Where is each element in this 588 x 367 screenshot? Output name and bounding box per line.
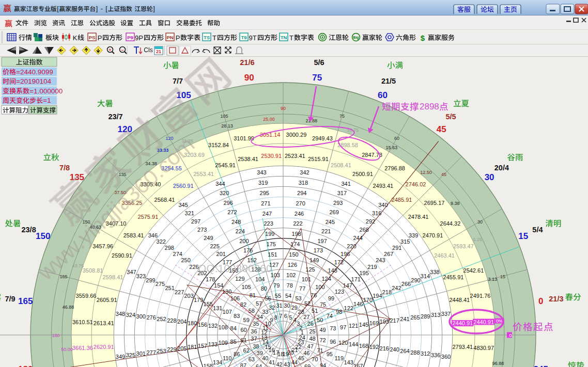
svg-text:53: 53: [295, 295, 301, 301]
svg-text:320: 320: [220, 190, 229, 196]
svg-text:21/6: 21/6: [240, 58, 254, 67]
svg-text:29: 29: [291, 305, 298, 311]
svg-text:0: 0: [509, 333, 512, 338]
svg-text:219: 219: [367, 264, 377, 270]
svg-text:75: 75: [320, 301, 326, 308]
svg-text:26: 26: [307, 321, 314, 327]
svg-text:150: 150: [289, 251, 298, 258]
svg-text:12.50: 12.50: [420, 170, 432, 175]
svg-text:=1.000000: =1.000000: [29, 87, 63, 95]
svg-text:64: 64: [256, 363, 262, 367]
svg-text:2440.91: 2440.91: [473, 319, 494, 325]
svg-text:=20190104: =20190104: [16, 77, 51, 85]
svg-text:15.63: 15.63: [386, 145, 398, 150]
svg-text:193: 193: [380, 318, 389, 325]
svg-text:293: 293: [333, 200, 343, 206]
svg-text:322: 322: [157, 238, 166, 245]
svg-text:340: 340: [378, 202, 388, 208]
svg-text:50: 50: [317, 317, 323, 323]
svg-text:345: 345: [178, 202, 188, 208]
svg-text:24: 24: [299, 334, 305, 341]
svg-text:245: 245: [326, 219, 335, 225]
svg-text:147: 147: [343, 282, 352, 289]
svg-text:84: 84: [230, 325, 237, 331]
svg-text:200: 200: [239, 238, 249, 244]
svg-text:151: 151: [268, 251, 277, 258]
svg-text:96: 96: [330, 339, 336, 345]
svg-text:Cls: Cls: [144, 46, 152, 54]
svg-text:165: 165: [18, 296, 33, 306]
svg-text:169: 169: [369, 320, 379, 326]
svg-text:60: 60: [394, 136, 399, 141]
svg-text:105: 105: [221, 114, 228, 119]
svg-text:180: 180: [188, 320, 197, 326]
svg-text:2575.91: 2575.91: [138, 214, 159, 220]
svg-text:2493.41: 2493.41: [373, 183, 393, 189]
svg-text:58: 58: [249, 308, 255, 314]
svg-text:343: 343: [257, 169, 266, 175]
svg-text:54: 54: [285, 293, 291, 299]
svg-text:60: 60: [378, 90, 388, 100]
svg-text:2478.41: 2478.41: [408, 214, 429, 220]
svg-text:23/7: 23/7: [108, 113, 122, 121]
svg-text:121: 121: [349, 323, 358, 329]
svg-text:120: 120: [165, 136, 173, 141]
svg-text:75: 75: [312, 73, 322, 83]
svg-text:2598.41: 2598.41: [103, 274, 123, 280]
svg-text:176: 176: [243, 247, 253, 253]
svg-text:102: 102: [286, 272, 296, 278]
svg-text:=1: =1: [43, 97, 51, 104]
svg-text:339: 339: [409, 232, 418, 238]
svg-text:2746.02: 2746.02: [406, 181, 426, 187]
svg-text:51: 51: [312, 308, 318, 314]
svg-text:43.75: 43.75: [72, 263, 84, 268]
svg-text:5/4: 5/4: [532, 226, 543, 234]
svg-text:33: 33: [262, 309, 268, 315]
svg-text:104: 104: [255, 276, 265, 282]
svg-text:345: 345: [534, 364, 548, 367]
svg-text:15: 15: [500, 274, 505, 279]
svg-text:123: 123: [335, 289, 344, 295]
svg-text:47: 47: [307, 343, 314, 349]
svg-text:228: 228: [167, 317, 176, 324]
svg-text:3457.96: 3457.96: [92, 243, 113, 249]
svg-text:49: 49: [319, 327, 326, 333]
svg-text:3000.29: 3000.29: [286, 132, 307, 138]
svg-text:174: 174: [290, 241, 300, 247]
svg-text:132: 132: [208, 323, 218, 329]
svg-text:38: 38: [253, 343, 259, 349]
svg-text:124: 124: [321, 276, 331, 282]
svg-text:2613.41: 2613.41: [94, 320, 114, 326]
svg-text:125: 125: [305, 266, 315, 273]
svg-text:PS: PS: [89, 35, 96, 40]
svg-text:144: 144: [349, 341, 358, 347]
svg-text:348: 348: [116, 311, 125, 317]
svg-text:72: 72: [319, 337, 326, 343]
svg-text:T: T: [289, 34, 293, 42]
svg-text:15: 15: [518, 231, 528, 241]
svg-text:276: 276: [146, 314, 156, 321]
svg-text:]: ]: [153, 5, 154, 12]
svg-text:2538.41: 2538.41: [238, 156, 258, 162]
svg-text:269: 269: [329, 209, 338, 215]
svg-text:360: 360: [441, 354, 451, 360]
svg-text:71: 71: [317, 347, 323, 354]
svg-text:60: 60: [240, 327, 246, 333]
svg-text:100: 100: [315, 284, 324, 290]
svg-text:78: 78: [287, 282, 293, 289]
svg-text:7/9: 7/9: [5, 295, 16, 303]
svg-text:196: 196: [341, 251, 350, 257]
svg-text:201: 201: [216, 251, 226, 257]
svg-text:297: 297: [191, 218, 200, 225]
svg-text:312: 312: [421, 350, 430, 357]
svg-text:]: ]: [96, 5, 98, 12]
svg-text:2448.41: 2448.41: [449, 297, 470, 303]
svg-text:317: 317: [337, 190, 347, 196]
svg-text:336: 336: [431, 352, 440, 358]
svg-text:170: 170: [363, 297, 373, 303]
svg-text:36: 36: [251, 328, 257, 334]
svg-text:240: 240: [390, 346, 399, 353]
svg-text:2500.91: 2500.91: [352, 171, 373, 177]
svg-text:337: 337: [441, 311, 451, 317]
svg-text:25.00: 25.00: [263, 117, 275, 122]
